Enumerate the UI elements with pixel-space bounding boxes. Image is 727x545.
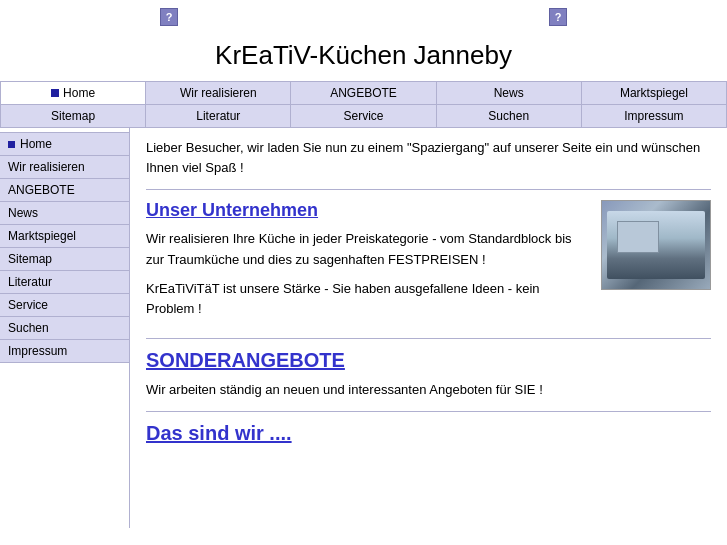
section-text-1b: KrEaTiViTäT ist unsere Stärke - Sie habe…	[146, 279, 589, 321]
nav-marktspiegel[interactable]: Marktspiegel	[582, 82, 727, 104]
nav-row-2: Sitemap Literatur Service Suchen Impress…	[0, 105, 727, 128]
unternehmen-section: Unser Unternehmen Wir realisieren Ihre K…	[146, 200, 711, 328]
nav-bullet	[51, 89, 59, 97]
sidebar-item-news[interactable]: News	[0, 202, 129, 225]
header-icon-left[interactable]: ?	[160, 8, 178, 26]
nav-service[interactable]: Service	[291, 105, 436, 127]
sidebar-item-marktspiegel[interactable]: Marktspiegel	[0, 225, 129, 248]
divider-2	[146, 338, 711, 339]
nav-sitemap[interactable]: Sitemap	[0, 105, 146, 127]
divider-3	[146, 411, 711, 412]
sidebar-item-sitemap[interactable]: Sitemap	[0, 248, 129, 271]
site-title: KrEaTiV-Küchen Janneby	[0, 34, 727, 81]
section-text-1a: Wir realisieren Ihre Küche in jeder Prei…	[146, 229, 589, 271]
top-nav: Home Wir realisieren ANGEBOTE News Markt…	[0, 81, 727, 128]
nav-wir-realisieren[interactable]: Wir realisieren	[146, 82, 291, 104]
sidebar-item-literatur[interactable]: Literatur	[0, 271, 129, 294]
sidebar-item-wir-realisieren[interactable]: Wir realisieren	[0, 156, 129, 179]
section-title-unternehmen[interactable]: Unser Unternehmen	[146, 200, 589, 221]
header-icon-right[interactable]: ?	[549, 8, 567, 26]
divider-1	[146, 189, 711, 190]
sidebar-item-impressum[interactable]: Impressum	[0, 340, 129, 363]
unternehmen-text: Unser Unternehmen Wir realisieren Ihre K…	[146, 200, 589, 328]
header-icons: ? ?	[0, 0, 727, 34]
sidebar-bullet-home	[8, 141, 15, 148]
nav-row-1: Home Wir realisieren ANGEBOTE News Markt…	[0, 81, 727, 105]
welcome-text: Lieber Besucher, wir laden Sie nun zu ei…	[146, 138, 711, 177]
section-text-2: Wir arbeiten ständig an neuen und intere…	[146, 380, 711, 401]
sidebar-item-service[interactable]: Service	[0, 294, 129, 317]
sidebar-item-suchen[interactable]: Suchen	[0, 317, 129, 340]
nav-news[interactable]: News	[437, 82, 582, 104]
sidebar: Home Wir realisieren ANGEBOTE News Markt…	[0, 128, 130, 528]
section-title-sonderangebote[interactable]: SONDERANGEBOTE	[146, 349, 711, 372]
nav-home[interactable]: Home	[0, 82, 146, 104]
nav-impressum[interactable]: Impressum	[582, 105, 727, 127]
kitchen-image	[601, 200, 711, 290]
content-area: Lieber Besucher, wir laden Sie nun zu ei…	[130, 128, 727, 528]
nav-angebote[interactable]: ANGEBOTE	[291, 82, 436, 104]
sidebar-item-home[interactable]: Home	[0, 132, 129, 156]
section-title-das-sind-wir[interactable]: Das sind wir ....	[146, 422, 711, 445]
nav-suchen[interactable]: Suchen	[437, 105, 582, 127]
sidebar-item-angebote[interactable]: ANGEBOTE	[0, 179, 129, 202]
main-layout: Home Wir realisieren ANGEBOTE News Markt…	[0, 128, 727, 528]
nav-literatur[interactable]: Literatur	[146, 105, 291, 127]
